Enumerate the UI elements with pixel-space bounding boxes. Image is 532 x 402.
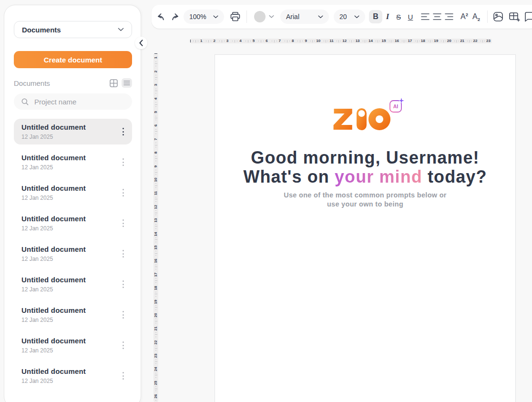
toolbar-divider xyxy=(487,10,488,23)
font-family-select[interactable]: Arial xyxy=(280,10,329,24)
document-menu-button[interactable] xyxy=(121,189,125,196)
svg-text:z: z xyxy=(332,98,354,132)
underline-button[interactable]: U xyxy=(405,10,416,23)
comment-icon xyxy=(524,11,532,22)
sidebar-collapse-button[interactable] xyxy=(135,37,147,49)
document-title: Untitled document xyxy=(21,184,124,193)
align-center-button[interactable] xyxy=(433,13,441,21)
align-left-icon xyxy=(421,13,430,21)
italic-button[interactable]: I xyxy=(382,10,393,23)
font-size-value: 20 xyxy=(339,13,347,21)
document-list-item[interactable]: Untitled document12 Jan 2025 xyxy=(14,363,132,389)
svg-text:AI: AI xyxy=(393,103,399,109)
document-list-item[interactable]: Untitled document12 Jan 2025 xyxy=(14,180,132,206)
print-button[interactable] xyxy=(230,11,241,22)
vertical-ruler[interactable]: 1234567891011121314151617181920212223242… xyxy=(153,53,158,402)
font-size-select[interactable]: 20 xyxy=(334,10,365,24)
search-icon xyxy=(21,98,29,105)
document-title: Untitled document xyxy=(21,337,124,345)
insert-table-button[interactable] xyxy=(509,11,520,22)
document-menu-button[interactable] xyxy=(121,341,125,349)
document-date: 12 Jan 2025 xyxy=(21,286,124,293)
document-list-item[interactable]: Untitled document12 Jan 2025 xyxy=(14,271,132,297)
document-title: Untitled document xyxy=(21,367,124,376)
document-date: 12 Jan 2025 xyxy=(21,256,124,262)
redo-icon xyxy=(170,13,179,21)
document-menu-button[interactable] xyxy=(121,128,125,135)
table-add-icon xyxy=(509,11,520,22)
undo-icon xyxy=(157,13,166,21)
chevron-down-icon xyxy=(269,15,274,19)
horizontal-ruler[interactable]: 1234567891011121314151617181920212223 xyxy=(190,39,492,43)
greeting-heading: Good morning, Username! What's on your m… xyxy=(215,148,515,186)
document-list-item[interactable]: Untitled document12 Jan 2025 xyxy=(14,149,132,175)
zio-logo: z AI xyxy=(332,98,408,132)
list-view-button[interactable] xyxy=(122,78,132,88)
color-swatch-chevron[interactable] xyxy=(269,15,274,19)
printer-icon xyxy=(230,11,241,22)
align-center-icon xyxy=(433,13,441,21)
documents-dropdown-value: Documents xyxy=(22,26,61,34)
document-menu-button[interactable] xyxy=(121,250,125,258)
superscript-button[interactable]: A2 xyxy=(460,12,468,21)
greeting-line1: Good morning, Username! xyxy=(215,148,515,167)
document-list-item[interactable]: Untitled document12 Jan 2025 xyxy=(14,241,132,267)
zoom-value: 100% xyxy=(189,13,206,21)
align-right-icon xyxy=(445,13,453,21)
search-placeholder: Project name xyxy=(34,98,76,106)
document-list-item[interactable]: Untitled document12 Jan 2025 xyxy=(14,302,132,328)
toolbar-divider xyxy=(246,10,247,23)
redo-button[interactable] xyxy=(170,13,179,21)
document-title: Untitled document xyxy=(21,215,124,223)
document-list: Untitled document12 Jan 2025Untitled doc… xyxy=(14,119,132,393)
align-right-button[interactable] xyxy=(445,13,453,21)
create-document-button[interactable]: Create document xyxy=(14,51,132,68)
document-list-item[interactable]: Untitled document12 Jan 2025 xyxy=(14,332,132,358)
ai-badge: AI xyxy=(390,98,404,112)
document-date: 12 Jan 2025 xyxy=(21,317,124,323)
color-swatch xyxy=(254,11,266,22)
document-date: 12 Jan 2025 xyxy=(21,134,124,140)
chevron-down-icon xyxy=(354,15,359,19)
strikethrough-button[interactable]: S xyxy=(393,10,404,23)
sidebar: Documents Create document Documents Proj… xyxy=(4,5,141,402)
toolbar: 100% Arial 20 B I S U xyxy=(152,5,532,29)
zoom-select[interactable]: 100% xyxy=(184,10,224,24)
document-title: Untitled document xyxy=(21,306,124,315)
document-date: 12 Jan 2025 xyxy=(21,378,124,384)
document-title: Untitled document xyxy=(21,276,124,284)
color-swatch-button[interactable] xyxy=(254,11,266,22)
search-input[interactable]: Project name xyxy=(14,93,132,110)
document-list-item[interactable]: Untitled document12 Jan 2025 xyxy=(14,210,132,236)
document-date: 12 Jan 2025 xyxy=(21,195,124,201)
document-list-item[interactable]: Untitled document12 Jan 2025 xyxy=(14,119,132,144)
page-subtitle: Use one of the most common prompts below… xyxy=(215,191,515,209)
chevron-down-icon xyxy=(118,28,124,31)
align-left-button[interactable] xyxy=(421,13,430,21)
documents-section-header: Documents xyxy=(14,77,132,89)
document-page[interactable]: z AI Good morning, Username! What's on y… xyxy=(215,55,515,402)
document-menu-button[interactable] xyxy=(121,219,125,227)
greeting-line2: What's on your mind today? xyxy=(215,167,515,186)
document-menu-button[interactable] xyxy=(121,372,125,380)
document-menu-button[interactable] xyxy=(121,158,125,166)
grid-view-button[interactable] xyxy=(109,79,118,87)
font-family-value: Arial xyxy=(286,13,299,21)
bold-button[interactable]: B xyxy=(369,10,382,23)
undo-button[interactable] xyxy=(157,13,166,21)
document-menu-button[interactable] xyxy=(121,311,125,319)
document-date: 12 Jan 2025 xyxy=(21,347,124,354)
page-subtitle-line1: Use one of the most common prompts below… xyxy=(215,191,515,200)
insert-image-button[interactable] xyxy=(493,11,503,22)
document-title: Untitled document xyxy=(21,154,124,162)
document-menu-button[interactable] xyxy=(121,280,125,288)
list-view-icon xyxy=(123,80,130,86)
documents-dropdown[interactable]: Documents xyxy=(14,21,132,38)
subscript-button[interactable]: A2 xyxy=(472,12,480,21)
chevron-left-icon xyxy=(139,40,143,46)
document-date: 12 Jan 2025 xyxy=(21,164,124,171)
document-date: 12 Jan 2025 xyxy=(21,225,124,232)
page-subtitle-line2: use your own to being xyxy=(215,200,515,209)
highlighted-words: your mind xyxy=(335,167,422,186)
comment-button[interactable] xyxy=(524,11,532,22)
